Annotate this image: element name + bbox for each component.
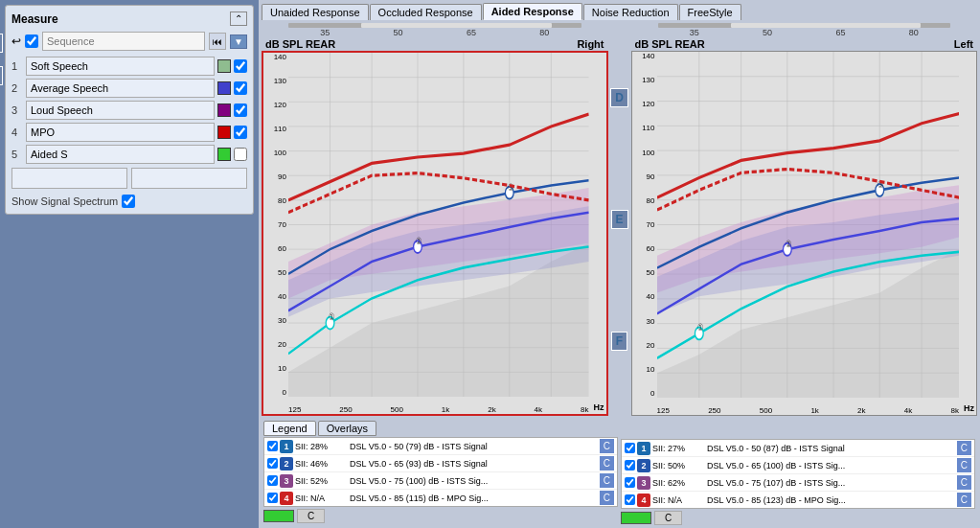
- collapse-button[interactable]: ⌃: [230, 11, 247, 26]
- return-icon: ↩: [11, 34, 21, 48]
- left-legend-num-4: 4: [637, 494, 650, 507]
- sequence-checkbox[interactable]: [25, 34, 38, 48]
- sidebar: Measure ⌃ A ↩ ⏮ ▼ B 1 S: [0, 0, 259, 528]
- row-1: 1 Soft Speech: [11, 57, 247, 76]
- tab-unaided[interactable]: Unaided Response: [262, 4, 369, 20]
- right-c-btn-3[interactable]: C: [600, 473, 614, 488]
- skip-button[interactable]: ⏮: [209, 33, 226, 50]
- svg-text:②: ②: [416, 236, 422, 247]
- row-4-num: 4: [11, 126, 23, 138]
- signal-label: Show Signal Spectrum: [11, 195, 118, 207]
- right-legend-num-1: 1: [280, 440, 293, 453]
- label-e: E: [611, 210, 628, 229]
- average-speech-button[interactable]: Average Speech: [26, 79, 215, 98]
- color-mpo: [217, 126, 231, 139]
- left-legend: 1 SII: 27% DSL V5.0 - 50 (87) dB - ISTS …: [621, 421, 975, 525]
- row-1-num: 1: [11, 60, 23, 72]
- left-c-btn-2[interactable]: C: [957, 458, 971, 472]
- right-y-axis: 1401301201101009080706050403020100: [263, 53, 288, 397]
- aided-s-button[interactable]: Aided S: [26, 145, 215, 164]
- right-legend-cb-2[interactable]: [267, 458, 278, 469]
- left-legend-cb-1[interactable]: [625, 443, 635, 453]
- right-legend-cb-3[interactable]: [267, 475, 278, 486]
- left-legend-bottom: C: [621, 511, 975, 525]
- loud-speech-button[interactable]: Loud Speech: [26, 101, 215, 120]
- dropdown-button[interactable]: ▼: [230, 34, 247, 49]
- tab-freestyle[interactable]: FreeStyle: [679, 4, 741, 20]
- measure-title: Measure: [11, 12, 58, 26]
- right-legend-cb-1[interactable]: [267, 441, 278, 451]
- sequence-input[interactable]: [42, 32, 205, 51]
- left-legend-cb-2[interactable]: [625, 460, 635, 471]
- left-legend-cb-3[interactable]: [625, 477, 635, 488]
- right-sii-3: SII: 52%: [295, 476, 348, 486]
- row-3-num: 3: [11, 104, 23, 116]
- left-c-btn-4[interactable]: C: [957, 493, 971, 507]
- row-2-checkbox[interactable]: [234, 81, 247, 95]
- left-legend-num-1: 1: [637, 442, 650, 455]
- right-freq-slider: [288, 23, 581, 28]
- right-sii-1: SII: 28%: [295, 442, 348, 451]
- tab-occluded[interactable]: Occluded Response: [370, 4, 482, 20]
- right-c-btn-4[interactable]: C: [600, 491, 614, 505]
- soft-speech-button[interactable]: Soft Speech: [26, 57, 215, 76]
- right-chart-header: dB SPL REAR Right: [262, 37, 608, 51]
- left-legend-row-1: 1 SII: 27% DSL V5.0 - 50 (87) dB - ISTS …: [622, 440, 974, 457]
- left-bottom-btn[interactable]: C: [654, 511, 682, 525]
- tab-noise[interactable]: Noise Reduction: [583, 4, 678, 20]
- right-bottom-btn[interactable]: C: [297, 509, 325, 523]
- row-5-checkbox[interactable]: [234, 148, 247, 161]
- left-sii-4: SII: N/A: [652, 495, 705, 505]
- color-loud: [217, 103, 231, 117]
- row-3-checkbox[interactable]: [234, 103, 247, 117]
- overlays-tab-button[interactable]: Overlays: [318, 421, 376, 436]
- side-labels: D E F: [611, 22, 628, 416]
- color-avg: [217, 81, 231, 95]
- content-area: Unaided Response Occluded Response Aided…: [259, 0, 980, 528]
- label-f: F: [611, 332, 627, 351]
- row-5-num: 5: [11, 149, 23, 160]
- row-1-checkbox[interactable]: [234, 59, 247, 73]
- left-chart-canvas: 1401301201101009080706050403020100: [631, 51, 978, 416]
- left-chart-svg: ① ② ③: [657, 52, 960, 398]
- right-legend-cb-4[interactable]: [267, 493, 278, 503]
- left-desc-3: DSL V5.0 - 75 (107) dB - ISTS Sig...: [707, 478, 955, 488]
- row-3: 3 Loud Speech: [11, 101, 247, 120]
- right-legend-row-3: 3 SII: 52% DSL V5.0 - 75 (100) dB - ISTS…: [264, 472, 617, 490]
- row-4-checkbox[interactable]: [234, 126, 247, 139]
- signal-checkbox[interactable]: [122, 195, 135, 208]
- left-x-axis: 125 250 500 1k 2k 4k 8k: [657, 406, 960, 415]
- svg-text:①: ①: [697, 322, 703, 333]
- section-b-label: B: [0, 66, 3, 85]
- tab-aided[interactable]: Aided Response: [483, 3, 582, 20]
- left-c-btn-1[interactable]: C: [957, 441, 971, 455]
- row-4: 4 MPO: [11, 123, 247, 142]
- right-x-axis: 125 250 500 1k 2k 4k 8k: [288, 405, 589, 414]
- left-legend-row-2: 2 SII: 50% DSL V5.0 - 65 (100) dB - ISTS…: [622, 457, 974, 474]
- left-c-btn-3[interactable]: C: [957, 475, 971, 490]
- left-chart-header: dB SPL REAR Left: [631, 37, 978, 51]
- left-hz: Hz: [964, 403, 974, 413]
- left-legend-row-4: 4 SII: N/A DSL V5.0 - 85 (123) dB - MPO …: [622, 492, 974, 508]
- right-scale-ticks: 35 50 65 80: [288, 28, 581, 37]
- charts-area: 35 50 65 80 dB SPL REAR Right 1401301201…: [259, 20, 980, 418]
- right-chart-svg: ① ② ③: [288, 53, 589, 397]
- left-y-axis: 1401301201101009080706050403020100: [632, 52, 657, 398]
- legend-tab-row: Legend Overlays: [263, 421, 618, 436]
- bottom-btn-2[interactable]: [131, 168, 247, 189]
- row-2: 2 Average Speech: [11, 79, 247, 98]
- right-legend-row-2: 2 SII: 46% DSL V5.0 - 65 (93) dB - ISTS …: [264, 455, 617, 472]
- right-desc-3: DSL V5.0 - 75 (100) dB - ISTS Sig...: [350, 476, 598, 486]
- measure-header: Measure ⌃: [11, 11, 247, 26]
- left-sii-2: SII: 50%: [652, 461, 705, 471]
- bottom-btn-1[interactable]: [11, 168, 127, 189]
- right-legend-num-3: 3: [280, 474, 293, 488]
- right-c-btn-1[interactable]: C: [600, 439, 614, 453]
- legend-tab-button[interactable]: Legend: [263, 421, 316, 436]
- left-legend-cb-4[interactable]: [625, 494, 635, 505]
- bottom-controls: [11, 168, 247, 189]
- mpo-button[interactable]: MPO: [26, 123, 215, 142]
- right-chart-wrapper: 35 50 65 80 dB SPL REAR Right 1401301201…: [262, 22, 608, 416]
- right-c-btn-2[interactable]: C: [600, 456, 614, 471]
- right-legend-row-1: 1 SII: 28% DSL V5.0 - 50 (79) dB - ISTS …: [264, 438, 617, 455]
